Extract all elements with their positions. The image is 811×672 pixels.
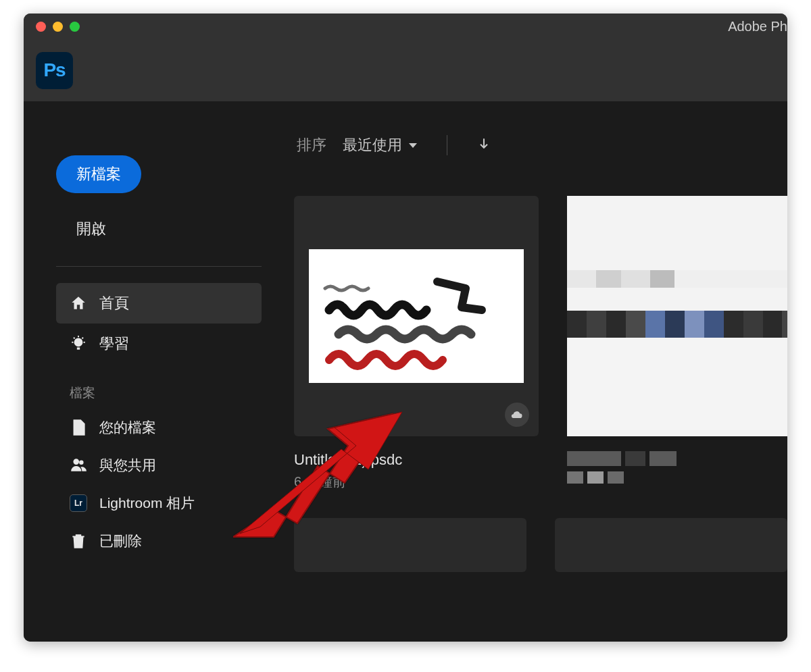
nav-label: 已刪除 <box>99 532 142 550</box>
open-button[interactable]: 開啟 <box>56 219 262 239</box>
nav-your-files[interactable]: 您的檔案 <box>56 409 262 446</box>
sort-mode-dropdown[interactable]: 最近使用 <box>343 135 417 155</box>
minimize-window-button[interactable] <box>53 22 63 32</box>
file-time-obscured <box>567 471 787 484</box>
trash-icon <box>70 532 87 550</box>
file-name: Untitled (1).psdc <box>294 451 539 469</box>
new-file-button[interactable]: 新檔案 <box>56 155 141 193</box>
nav-section: 首頁 學習 <box>56 283 262 364</box>
arrow-down-icon <box>477 136 491 150</box>
cloud-icon <box>510 408 524 421</box>
nav-label: 與您共用 <box>99 456 156 475</box>
file-card[interactable] <box>567 196 787 491</box>
file-card[interactable] <box>555 518 787 572</box>
app-header: Ps <box>24 39 787 101</box>
lightbulb-icon <box>70 335 87 353</box>
separator <box>447 135 447 155</box>
nav-label: Lightroom 相片 <box>99 494 195 513</box>
nav-learn[interactable]: 學習 <box>56 324 262 364</box>
maximize-window-button[interactable] <box>70 22 80 32</box>
nav-lightroom[interactable]: Lr Lightroom 相片 <box>56 484 262 522</box>
cloud-badge <box>505 403 529 427</box>
nav-label: 學習 <box>99 334 129 354</box>
nav-deleted[interactable]: 已刪除 <box>56 522 262 560</box>
document-icon <box>70 419 87 436</box>
sort-mode-value: 最近使用 <box>343 135 402 155</box>
content-area: 新檔案 開啟 首頁 <box>24 101 787 642</box>
sort-label: 排序 <box>297 135 326 155</box>
nav-home[interactable]: 首頁 <box>56 283 262 324</box>
files-grid: Untitled (1).psdc 6 分鐘前 <box>294 196 787 491</box>
files-section-label: 檔案 <box>70 384 262 402</box>
titlebar: Adobe Ph <box>24 14 787 39</box>
sort-direction-button[interactable] <box>477 136 491 154</box>
file-card[interactable]: Untitled (1).psdc 6 分鐘前 <box>294 196 539 491</box>
window-title: Adobe Ph <box>728 19 787 34</box>
svg-line-5 <box>82 338 83 339</box>
home-icon <box>70 294 87 312</box>
nav-shared[interactable]: 與您共用 <box>56 446 262 484</box>
files-grid-row <box>294 518 787 572</box>
divider <box>56 266 262 267</box>
nav-label: 您的檔案 <box>99 418 156 437</box>
app-window: Adobe Ph Ps 新檔案 開啟 首頁 <box>24 14 787 642</box>
file-thumbnail <box>294 196 539 436</box>
window-controls <box>24 22 80 32</box>
file-thumbnail <box>567 196 787 436</box>
svg-point-0 <box>75 338 82 346</box>
svg-line-4 <box>74 338 75 339</box>
file-card[interactable] <box>294 518 526 572</box>
sort-bar: 排序 最近使用 <box>294 135 787 155</box>
file-time: 6 分鐘前 <box>294 473 539 491</box>
sidebar: 新檔案 開啟 首頁 <box>24 101 294 642</box>
close-window-button[interactable] <box>36 22 46 32</box>
nav-label: 首頁 <box>99 293 129 313</box>
people-icon <box>70 457 87 474</box>
app-logo[interactable]: Ps <box>36 52 73 89</box>
thumbnail-mosaic <box>567 196 787 436</box>
main-panel: 排序 最近使用 <box>294 101 787 642</box>
lightroom-icon: Lr <box>70 494 87 512</box>
thumbnail-artwork <box>309 249 524 383</box>
thumbnail-canvas <box>309 249 524 383</box>
file-meta-obscured <box>567 451 787 466</box>
chevron-down-icon <box>409 143 417 148</box>
